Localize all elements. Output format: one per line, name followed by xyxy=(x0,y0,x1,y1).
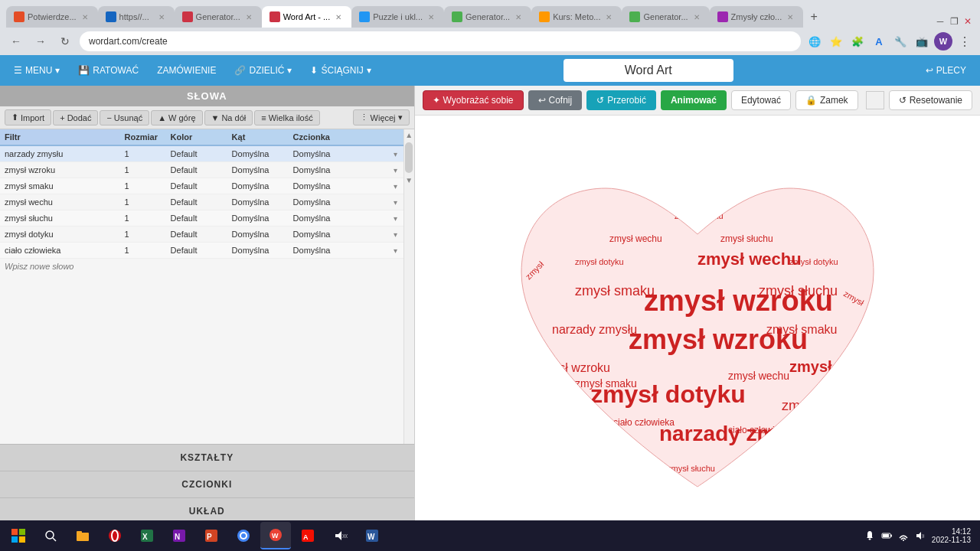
extensions2-icon[interactable]: 🔧 xyxy=(891,32,910,51)
table-row[interactable]: zmysł smaku 1 Default Domyślna Domyślna … xyxy=(0,178,403,194)
tab-close-icon[interactable]: ✕ xyxy=(426,12,436,22)
row-expand-icon[interactable]: ▾ xyxy=(388,243,403,258)
taskbar-volume[interactable]: )))) xyxy=(325,522,355,549)
tab-generator3[interactable]: Generator... ✕ xyxy=(622,6,709,28)
menu-button[interactable]: ☰ MENU ▾ xyxy=(6,62,67,79)
row-expand-icon[interactable]: ▾ xyxy=(388,147,403,161)
tab-close-icon[interactable]: ✕ xyxy=(243,12,254,22)
tab-https[interactable]: https//... ✕ xyxy=(98,6,175,28)
forward-nav-button[interactable]: → xyxy=(31,31,51,51)
a-icon[interactable]: A xyxy=(870,32,888,51)
edit-button[interactable]: Edytować xyxy=(731,90,791,110)
taskbar-chrome[interactable] xyxy=(228,522,259,549)
reset-button[interactable]: ↺ Resetowanie xyxy=(889,90,972,110)
download-button[interactable]: ⬇ ŚCIĄGNIJ ▾ xyxy=(302,62,378,79)
new-word-input[interactable] xyxy=(0,259,120,274)
taskbar-explorer[interactable] xyxy=(67,522,98,549)
close-button[interactable]: ✕ xyxy=(962,15,974,28)
wordart-title[interactable]: Word Art xyxy=(564,59,733,82)
tab-generator2[interactable]: Generator... ✕ xyxy=(444,6,531,28)
more-button[interactable]: ⋮ Więcej ▾ xyxy=(353,109,410,126)
taskbar-acrobat[interactable]: A xyxy=(292,522,323,549)
scrollbar[interactable]: ▲ ▼ xyxy=(403,129,414,444)
profile-button[interactable]: W xyxy=(934,32,952,51)
back-button[interactable]: ↩ PLECY xyxy=(918,62,974,79)
undo-button[interactable]: ↩ Cofnij xyxy=(528,90,583,110)
row-expand-icon[interactable]: ▾ xyxy=(388,195,403,210)
save-label: RATOWAĆ xyxy=(93,65,139,76)
svg-text:W: W xyxy=(368,533,375,541)
tab-zmysly[interactable]: Zmysły czło... ✕ xyxy=(710,6,804,28)
up-label: W górę xyxy=(168,113,195,122)
angle-cell: Domyślna xyxy=(227,227,289,242)
tab-close-icon[interactable]: ✕ xyxy=(785,12,795,22)
animate-button[interactable]: Animować xyxy=(661,90,727,110)
tab-close-icon[interactable]: ✕ xyxy=(513,12,524,22)
start-button[interactable] xyxy=(3,522,34,549)
tab-generator1[interactable]: Generator... ✕ xyxy=(175,6,262,28)
back-nav-button[interactable]: ← xyxy=(6,31,26,51)
row-expand-icon[interactable]: ▾ xyxy=(388,227,403,242)
tab-close-icon[interactable]: ✕ xyxy=(603,12,614,22)
shapes-button[interactable]: KSZTAŁTY xyxy=(0,444,414,471)
taskbar-onenote[interactable]: N xyxy=(164,522,194,549)
scroll-up-icon[interactable]: ▲ xyxy=(403,129,413,141)
color-swatch[interactable] xyxy=(866,91,884,109)
save-button[interactable]: 💾 RATOWAĆ xyxy=(70,62,146,79)
bookmark-icon[interactable]: ⭐ xyxy=(827,32,845,51)
taskbar-opera[interactable] xyxy=(100,522,130,549)
new-tab-button[interactable]: + xyxy=(803,6,825,28)
translate-icon[interactable]: 🌐 xyxy=(805,32,824,51)
fonts-button[interactable]: CZCIONKI xyxy=(0,471,414,497)
rework-button[interactable]: ↺ Przerobić xyxy=(586,90,656,110)
table-row[interactable]: zmysł wechu 1 Default Domyślna Domyślna … xyxy=(0,194,403,210)
row-expand-icon[interactable]: ▾ xyxy=(388,211,403,226)
table-row[interactable]: zmysł wzroku 1 Default Domyślna Domyślna… xyxy=(0,162,403,178)
angle-cell: Domyślna xyxy=(227,210,289,226)
taskbar-powerpoint[interactable]: P xyxy=(196,522,227,549)
share-button[interactable]: 🔗 DZIELIĆ ▾ xyxy=(227,62,299,79)
tab-close-icon[interactable]: ✕ xyxy=(156,12,167,22)
wordart-text: ciało człowieka xyxy=(728,425,789,435)
imagine-button[interactable]: ✦ Wyobrażać sobie xyxy=(423,90,524,110)
reload-button[interactable]: ↻ xyxy=(55,31,75,51)
down-button[interactable]: ▼ Na dół xyxy=(204,110,253,126)
row-expand-icon[interactable]: ▾ xyxy=(388,163,403,178)
add-button[interactable]: + Dodać xyxy=(53,110,98,126)
table-row[interactable]: ciało człowieka 1 Default Domyślna Domyś… xyxy=(0,243,403,259)
extensions-icon[interactable]: 🧩 xyxy=(848,32,867,51)
restore-button[interactable]: ❐ xyxy=(948,15,960,28)
tab-close-icon[interactable]: ✕ xyxy=(80,12,90,22)
scroll-thumb[interactable] xyxy=(405,142,413,173)
cast-icon[interactable]: 📺 xyxy=(913,32,931,51)
remove-button[interactable]: − Usunąć xyxy=(100,110,149,126)
tab-close-icon[interactable]: ✕ xyxy=(691,12,702,22)
table-row[interactable]: zmysł dotyku 1 Default Domyślna Domyślna… xyxy=(0,227,403,243)
tab-close-icon[interactable]: ✕ xyxy=(333,12,344,22)
volume-taskbar-icon[interactable]: )) xyxy=(915,530,926,541)
import-button[interactable]: ⬆ Import xyxy=(5,109,51,126)
taskbar-word[interactable]: W xyxy=(357,522,387,549)
address-bar[interactable]: wordart.com/create xyxy=(80,31,801,51)
taskbar-search[interactable] xyxy=(35,522,66,549)
lock-button[interactable]: 🔒 Zamek xyxy=(795,90,858,110)
tab-wordart[interactable]: Word Art - ... ✕ xyxy=(262,6,352,28)
color-cell: Default xyxy=(166,162,227,178)
minimize-button[interactable]: ─ xyxy=(934,15,946,28)
notification-icon[interactable] xyxy=(864,530,875,541)
big-amount-button[interactable]: ≡ Wielka ilość xyxy=(254,110,320,126)
browser-menu-button[interactable]: ⋮ xyxy=(956,33,974,51)
table-row[interactable]: narzady zmysłu 1 Default Domyślna Domyśl… xyxy=(0,146,403,162)
table-row[interactable]: zmysł słuchu 1 Default Domyślna Domyślna… xyxy=(0,210,403,227)
scroll-down-icon[interactable]: ▼ xyxy=(403,174,413,186)
row-expand-icon[interactable]: ▾ xyxy=(388,179,403,194)
remove-label: Usunąć xyxy=(114,113,142,122)
taskbar-chrome-active[interactable]: W xyxy=(260,522,291,549)
tab-kurs[interactable]: Kurs: Meto... ✕ xyxy=(531,6,622,28)
up-button[interactable]: ▲ W górę xyxy=(151,110,202,126)
tab-puzzle[interactable]: Puzzle i ukl... ✕ xyxy=(351,6,444,28)
taskbar-excel[interactable]: X xyxy=(132,522,162,549)
tab-potwierdze[interactable]: Potwierdze... ✕ xyxy=(6,6,98,28)
color-cell: Default xyxy=(166,227,227,242)
order-button[interactable]: ZAMÓWIENIE xyxy=(149,62,224,79)
